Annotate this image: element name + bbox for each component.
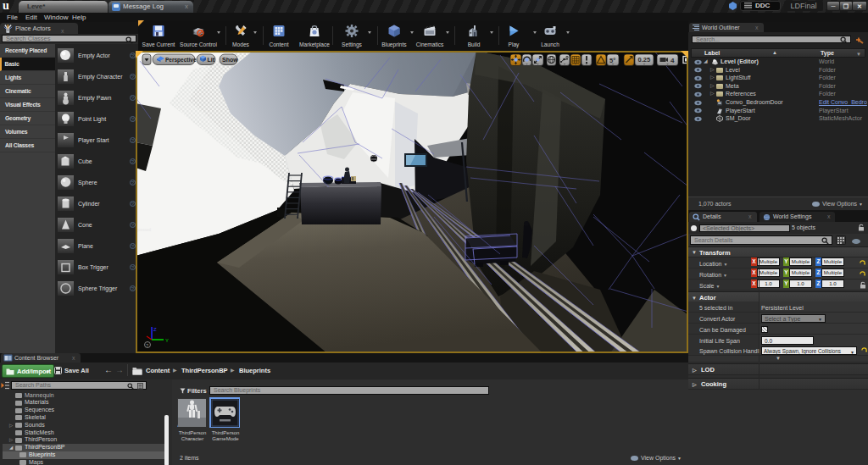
svg-text:?: ? <box>146 343 148 348</box>
svg-text:5°: 5° <box>609 57 615 64</box>
svg-text:Z: Z <box>153 327 157 332</box>
svg-text:Perspective: Perspective <box>165 57 197 64</box>
svg-text:0.25: 0.25 <box>638 56 651 64</box>
svg-text:pressed: pressed <box>137 228 152 232</box>
svg-text:Lit: Lit <box>208 57 215 63</box>
svg-text:Show: Show <box>222 57 238 63</box>
svg-text:4: 4 <box>670 57 675 64</box>
svg-text:Y: Y <box>165 338 169 343</box>
